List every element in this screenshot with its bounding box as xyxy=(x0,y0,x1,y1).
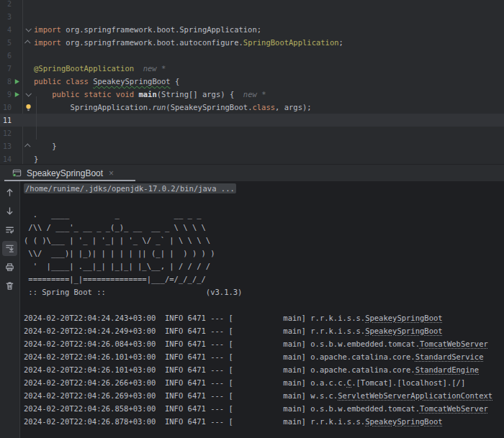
print-icon[interactable] xyxy=(2,260,17,275)
editor-line-14[interactable]: 14} xyxy=(0,152,504,164)
blank-line xyxy=(24,298,504,311)
log-line: 2024-02-20T22:04:26.101+03:00 INFO 6471 … xyxy=(24,350,504,363)
line-number: 13 xyxy=(0,142,12,150)
editor-line-11[interactable]: 11 xyxy=(0,114,504,127)
run-tab-label: SpeakeySpringBoot xyxy=(27,168,103,178)
console-output[interactable]: /home/runime/.jdks/openjdk-17.0.2/bin/ja… xyxy=(20,181,504,438)
line-number: 6 xyxy=(0,52,12,60)
clear-icon[interactable] xyxy=(2,278,17,293)
editor-line-10[interactable]: 10 SpringApplication.run(SpeakeySpringBo… xyxy=(0,101,504,114)
code-editor[interactable]: 234import org.springframework.boot.Sprin… xyxy=(0,0,504,164)
log-line: 2024-02-20T22:04:26.878+03:00 INFO 6471 … xyxy=(24,415,504,428)
active-tab-underline xyxy=(4,180,135,181)
line-number: 4 xyxy=(0,26,12,34)
code-text: @SpringBootApplication new * xyxy=(34,64,166,73)
editor-line-7[interactable]: 7@SpringBootApplication new * xyxy=(0,62,504,75)
spring-banner-line-5: ' |____| .__|_| |_|_| |_\__, | / / / / xyxy=(24,260,504,273)
run-tab[interactable]: SpeakeySpringBoot × xyxy=(4,165,135,181)
logger-link[interactable]: StandardService xyxy=(415,352,484,361)
spring-banner-line-4: \\/ ___)| |_)| | | | | || (_| | ) ) ) ) xyxy=(24,247,504,260)
code-text: import org.springframework.boot.SpringAp… xyxy=(34,25,261,34)
soft-wrap-icon[interactable] xyxy=(2,222,17,237)
code-text: } xyxy=(34,142,57,150)
code-text: public class SpeakeySpringBoot { xyxy=(34,77,179,86)
editor-line-4[interactable]: 4import org.springframework.boot.SpringA… xyxy=(0,23,504,36)
log-line: 2024-02-20T22:04:26.084+03:00 INFO 6471 … xyxy=(24,337,504,350)
run-console: /home/runime/.jdks/openjdk-17.0.2/bin/ja… xyxy=(0,181,504,438)
run-gutter-icon[interactable] xyxy=(12,91,22,99)
close-icon[interactable]: × xyxy=(109,169,114,178)
line-number: 14 xyxy=(0,155,12,163)
code-text: SpringApplication.run(SpeakeySpringBoot.… xyxy=(34,103,312,111)
code-text: } xyxy=(34,155,38,163)
spring-banner-line-1: . ____ _ __ _ _ xyxy=(24,208,504,221)
log-line: 2024-02-20T22:04:26.269+03:00 INFO 6471 … xyxy=(24,389,504,402)
log-line: 2024-02-20T22:04:26.266+03:00 INFO 6471 … xyxy=(24,376,504,389)
logger-link[interactable]: TomcatWebServer xyxy=(420,339,488,348)
line-number: 3 xyxy=(0,13,12,21)
logger-link[interactable]: TomcatWebServer xyxy=(420,404,488,413)
spring-boot-version-line: :: Spring Boot :: (v3.1.3) xyxy=(24,286,504,298)
ide-window: 234import org.springframework.boot.Sprin… xyxy=(0,0,504,438)
code-text: public static void main(String[] args) {… xyxy=(34,90,266,99)
indent-guide xyxy=(36,96,37,140)
spring-banner-line-6: =========|_|==============|___/=/_/_/_/ xyxy=(24,273,504,286)
editor-line-3[interactable]: 3 xyxy=(0,10,504,23)
scroll-to-end-icon[interactable] xyxy=(2,241,17,256)
line-number: 5 xyxy=(0,39,12,47)
log-line: 2024-02-20T22:04:26.858+03:00 INFO 6471 … xyxy=(24,402,504,415)
spring-banner-line-2: /\\ / ___'_ __ _ _(_)_ __ __ _ \ \ \ \ xyxy=(24,221,504,234)
line-number: 11 xyxy=(0,117,12,124)
editor-line-12[interactable]: 12 xyxy=(0,127,504,140)
log-line: 2024-02-20T22:04:26.101+03:00 INFO 6471 … xyxy=(24,363,504,376)
intention-lightbulb-icon[interactable] xyxy=(22,103,34,112)
scroll-down-icon[interactable] xyxy=(2,204,17,219)
editor-line-8[interactable]: 8public class SpeakeySpringBoot { xyxy=(0,75,504,88)
selected-command-text[interactable]: /home/runime/.jdks/openjdk-17.0.2/bin/ja… xyxy=(24,183,236,193)
console-toolbar xyxy=(0,181,20,438)
logger-link[interactable]: ServletWebServerApplicationContext xyxy=(338,391,492,400)
fold-up-icon[interactable] xyxy=(22,40,34,45)
log-line: 2024-02-20T22:04:24.249+03:00 INFO 6471 … xyxy=(24,324,504,337)
logger-link[interactable]: SpeakeySpringBoot xyxy=(365,327,442,335)
editor-line-6[interactable]: 6 xyxy=(0,49,504,62)
line-number: 12 xyxy=(0,129,12,137)
code-text: import org.springframework.boot.autoconf… xyxy=(34,38,343,47)
logger-link[interactable]: StandardEngine xyxy=(415,365,480,374)
editor-line-5[interactable]: 5import org.springframework.boot.autocon… xyxy=(0,36,504,49)
editor-line-9[interactable]: 9 public static void main(String[] args)… xyxy=(0,88,504,101)
editor-line-2[interactable]: 2 xyxy=(0,0,504,10)
logger-link[interactable]: SpeakeySpringBoot xyxy=(365,417,442,426)
spring-banner-line-3: ( ( )\___ | '_ | '_| | '_ \/ _` | \ \ \ … xyxy=(24,234,504,247)
scroll-up-icon[interactable] xyxy=(2,185,17,200)
fold-down-icon[interactable] xyxy=(22,92,34,96)
editor-line-13[interactable]: 13 } xyxy=(0,140,504,152)
fold-up-icon[interactable] xyxy=(22,144,34,148)
run-console-icon xyxy=(12,168,22,178)
run-gutter-icon[interactable] xyxy=(12,78,22,86)
line-number: 8 xyxy=(0,78,12,86)
line-number: 10 xyxy=(0,104,12,111)
blank-line xyxy=(24,195,504,208)
console-command-line: /home/runime/.jdks/openjdk-17.0.2/bin/ja… xyxy=(24,182,504,195)
logger-link[interactable]: SpeakeySpringBoot xyxy=(365,314,442,322)
line-number: 9 xyxy=(0,91,12,99)
run-tab-bar: SpeakeySpringBoot × xyxy=(0,164,504,181)
line-number: 7 xyxy=(0,65,12,73)
log-line: 2024-02-20T22:04:24.243+03:00 INFO 6471 … xyxy=(24,311,504,324)
fold-down-icon[interactable] xyxy=(22,27,34,32)
line-number: 2 xyxy=(0,0,12,8)
